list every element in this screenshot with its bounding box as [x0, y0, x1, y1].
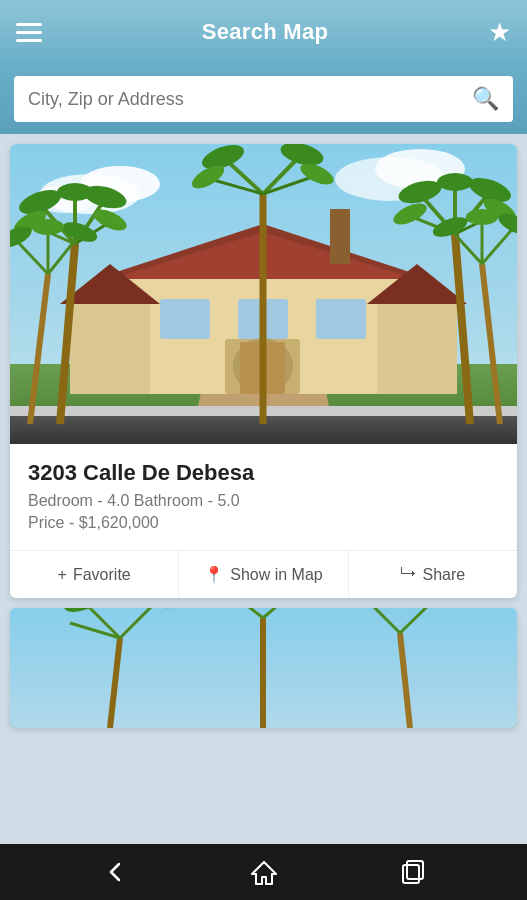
svg-marker-87 — [252, 862, 276, 884]
svg-rect-88 — [403, 865, 419, 883]
svg-point-53 — [437, 173, 473, 191]
svg-rect-16 — [377, 299, 457, 394]
property-card: 3203 Calle De Debesa Bedroom - 4.0 Bathr… — [10, 144, 517, 598]
svg-rect-14 — [70, 299, 150, 394]
svg-point-42 — [32, 219, 64, 235]
plus-icon: + — [58, 566, 67, 584]
share-button[interactable]: ⮡ Share — [349, 551, 517, 598]
property-details: Bedroom - 4.0 Bathroom - 5.0 — [28, 492, 499, 510]
svg-rect-24 — [330, 209, 350, 264]
property-address: 3203 Calle De Debesa — [28, 460, 499, 486]
svg-rect-18 — [160, 299, 210, 339]
favorite-button[interactable]: + Favorite — [10, 551, 179, 598]
action-bar: + Favorite 📍 Show in Map ⮡ Share — [10, 550, 517, 598]
back-button[interactable] — [101, 858, 129, 886]
show-in-map-label: Show in Map — [230, 566, 323, 584]
app-header: Search Map ★ — [0, 0, 527, 64]
svg-rect-20 — [316, 299, 366, 339]
search-icon[interactable]: 🔍 — [472, 86, 499, 112]
listings-list: 3203 Calle De Debesa Bedroom - 4.0 Bathr… — [0, 134, 527, 856]
share-label: Share — [422, 566, 465, 584]
search-bar-container: 🔍 — [0, 64, 527, 134]
property-image[interactable] — [10, 144, 517, 444]
svg-rect-89 — [407, 861, 423, 879]
recents-button[interactable] — [399, 858, 427, 886]
svg-point-35 — [57, 183, 93, 201]
page-title: Search Map — [202, 19, 329, 45]
property-image-2 — [10, 608, 517, 728]
favorites-button[interactable]: ★ — [488, 17, 511, 48]
map-pin-icon: 📍 — [204, 565, 224, 584]
menu-button[interactable] — [16, 23, 42, 42]
svg-point-60 — [466, 209, 498, 225]
home-button[interactable] — [250, 858, 278, 886]
favorite-label: Favorite — [73, 566, 131, 584]
android-nav-bar — [0, 844, 527, 900]
search-bar: 🔍 — [14, 76, 513, 122]
property-card-2[interactable] — [10, 608, 517, 728]
share-icon: ⮡ — [400, 566, 416, 584]
property-info: 3203 Calle De Debesa Bedroom - 4.0 Bathr… — [10, 444, 517, 550]
show-in-map-button[interactable]: 📍 Show in Map — [179, 551, 348, 598]
property-price: Price - $1,620,000 — [28, 514, 499, 532]
search-input[interactable] — [28, 89, 462, 110]
